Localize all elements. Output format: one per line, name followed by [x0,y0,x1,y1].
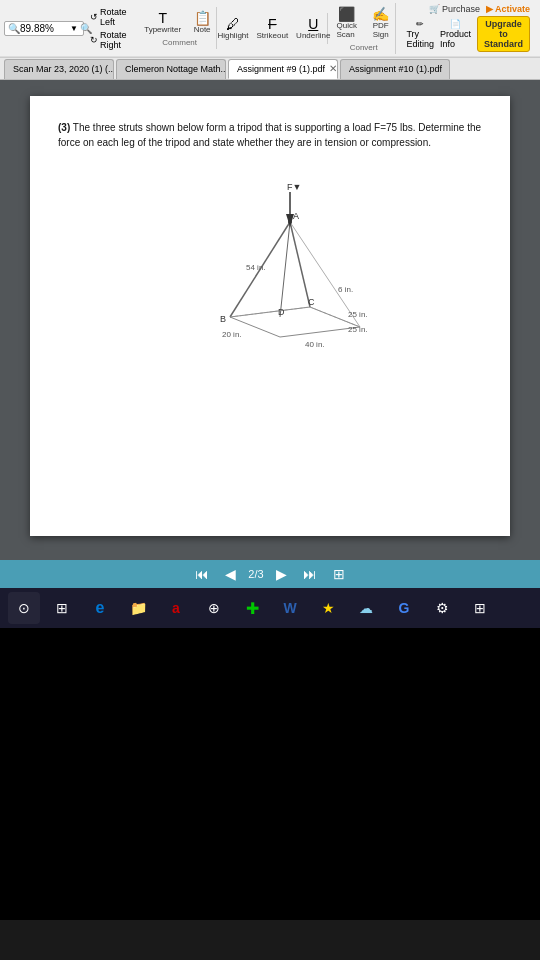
taskbar-add-button[interactable]: ✚ [236,592,268,624]
document-area: (3) The three struts shown below form a … [0,80,540,560]
activate-label: Activate [495,4,530,14]
highlight-button[interactable]: 🖊 Highlight [215,15,250,42]
label-B: B [220,314,226,324]
taskbar-plus-button[interactable]: ⊕ [198,592,230,624]
comment-group-items: T Typewriter 📋 Note [142,9,217,36]
search-icon: 🔍 [8,23,20,34]
tab-2-label: Assignment #9 (1).pdf [237,64,325,74]
purchase-button[interactable]: 🛒 Purchase [429,4,480,14]
first-page-button[interactable]: ⏮ [191,564,213,584]
comment-group: T Typewriter 📋 Note Comment [144,7,217,49]
activate-button[interactable]: ▶ Activate [486,4,530,14]
prev-page-button[interactable]: ◀ [221,564,240,584]
extra-nav-button[interactable]: ⊞ [329,564,349,584]
activate-icon: ▶ [486,4,493,14]
underline-icon: U [308,17,318,31]
acrobat-icon: a [172,600,180,616]
plus-icon: ⊕ [208,600,220,616]
convert-group-items: ⬛ QuickScan ✍ PDFSign [332,5,396,41]
right-tools-group: 🛒 Purchase ▶ Activate ✏ Try Editing 📄 Pr… [400,2,536,54]
purchase-icon: 🛒 [429,4,440,14]
zoom-input[interactable] [20,23,70,34]
try-editing-icon: ✏ [416,19,424,29]
tab-3[interactable]: Assignment #10 (1).pdf [340,59,450,79]
start-icon: ⊙ [18,600,30,616]
toolbar: 🔍 ▼ 🔍 ↺ Rotate Left ↻ Rotate Right T Typ… [0,0,540,58]
taskbar-word-button[interactable]: W [274,592,306,624]
taskbar-grid-icon: ⊞ [56,600,68,616]
taskbar-windows-button[interactable]: ⊞ [464,592,496,624]
tab-2[interactable]: Assignment #9 (1).pdf ✕ [228,59,338,79]
dim-54: 54 in. [246,263,266,272]
convert-group: ⬛ QuickScan ✍ PDFSign Convert [332,3,397,54]
zoom-dropdown-icon[interactable]: ▼ [70,24,78,33]
document-page: (3) The three struts shown below form a … [30,96,510,536]
taskbar-g-button[interactable]: G [388,592,420,624]
pdf-sign-button[interactable]: ✍ PDFSign [366,5,396,41]
tab-0[interactable]: Scan Mar 23, 2020 (1) (... [4,59,114,79]
rotate-controls: ↺ Rotate Left ↻ Rotate Right [88,6,140,51]
try-editing-label: Try Editing [406,29,434,49]
try-editing-button[interactable]: ✏ Try Editing [406,19,434,49]
taskbar-star-button[interactable]: ★ [312,592,344,624]
product-info-button[interactable]: 📄 Product Info [440,19,471,49]
product-info-icon: 📄 [450,19,461,29]
rotate-left-label: Rotate Left [100,7,138,27]
rotate-right-label: Rotate Right [100,30,138,50]
black-area [0,628,540,920]
star-icon: ★ [322,600,335,616]
cloud-icon: ☁ [359,600,373,616]
strikeout-button[interactable]: F Strikeout [255,15,291,42]
note-button[interactable]: 📋 Note [187,9,217,36]
typewriter-icon: T [158,11,167,25]
purchase-row: 🛒 Purchase ▶ Activate [406,4,530,14]
bottom-nav-bar: ⏮ ◀ 2/3 ▶ ⏭ ⊞ [0,560,540,588]
taskbar-edge-button[interactable]: e [84,592,116,624]
taskbar-a-button[interactable]: a [160,592,192,624]
toolbar-row1: 🔍 ▼ 🔍 ↺ Rotate Left ↻ Rotate Right T Typ… [0,0,540,57]
add-icon: ✚ [246,599,259,618]
rotate-left-button[interactable]: ↺ Rotate Left [88,6,140,28]
svg-marker-0 [230,307,360,337]
start-button[interactable]: ⊙ [8,592,40,624]
tab-3-label: Assignment #10 (1).pdf [349,64,442,74]
pdf-sign-icon: ✍ [372,7,389,21]
editing-group: ✏ Try Editing 📄 Product Info Upgrade to … [406,16,530,52]
taskbar-grid-button[interactable]: ⊞ [46,592,78,624]
upgrade-button[interactable]: Upgrade to Standard [477,16,530,52]
markup-group-items: 🖊 Highlight F Strikeout U Underline [215,15,332,42]
quick-scan-icon: ⬛ [338,7,355,21]
dim-40: 40 in. [305,340,325,349]
typewriter-button[interactable]: T Typewriter [142,9,183,36]
dim-6: 6 in. [338,285,353,294]
svg-point-7 [288,220,292,224]
highlight-label: Highlight [217,31,248,40]
taskbar-cloud-button[interactable]: ☁ [350,592,382,624]
label-C: C [308,297,315,307]
tabs-row: Scan Mar 23, 2020 (1) (... Clemeron Nott… [0,58,540,80]
last-page-button[interactable]: ⏭ [299,564,321,584]
zoom-search-box[interactable]: 🔍 ▼ 🔍 [4,21,84,36]
note-label: Note [194,25,211,34]
edge-icon: e [96,599,105,617]
rotate-right-icon: ↻ [90,35,98,45]
files-icon: 📁 [130,600,147,616]
comment-group-label: Comment [162,38,197,47]
taskbar-settings-button[interactable]: ⚙ [426,592,458,624]
problem-text: (3) The three struts shown below form a … [58,120,482,150]
svg-line-2 [290,222,310,307]
tab-1[interactable]: Clemeron Nottage Math... [116,59,226,79]
markup-group: 🖊 Highlight F Strikeout U Underline [221,13,328,44]
quick-scan-label: QuickScan [336,21,356,39]
pdf-sign-label: PDFSign [373,21,389,39]
tab-2-close-button[interactable]: ✕ [329,63,337,74]
purchase-label: Purchase [442,4,480,14]
underline-label: Underline [296,31,330,40]
underline-button[interactable]: U Underline [294,15,332,42]
rotate-right-button[interactable]: ↻ Rotate Right [88,29,140,51]
label-F: F▼ [287,182,301,192]
quick-scan-button[interactable]: ⬛ QuickScan [332,5,362,41]
problem-body: The three struts shown below form a trip… [58,122,481,148]
taskbar-files-button[interactable]: 📁 [122,592,154,624]
next-page-button[interactable]: ▶ [272,564,291,584]
